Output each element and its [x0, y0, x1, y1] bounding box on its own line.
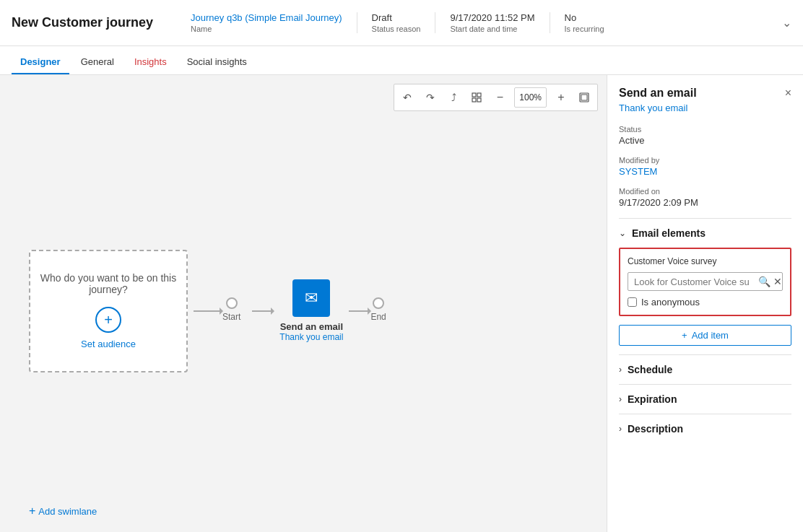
- panel-subtitle[interactable]: Thank you email: [619, 103, 791, 113]
- tab-bar: Designer General Insights Social insight…: [0, 46, 803, 75]
- status-field-label: Status: [619, 125, 791, 134]
- start-circle: [226, 297, 238, 309]
- panel-header: Send an email ×: [619, 87, 791, 100]
- modified-on-field: Modified on 9/17/2020 2:09 PM: [619, 187, 791, 208]
- start-date-meta: 9/17/2020 11:52 PM Start date and time: [435, 12, 549, 33]
- email-node-label: Send an email: [280, 321, 343, 332]
- recurring-value: No: [565, 12, 604, 23]
- header-expand-icon[interactable]: ⌄: [782, 16, 791, 30]
- expiration-title: Expiration: [628, 393, 677, 405]
- cv-anonymous-label[interactable]: Is anonymous: [641, 297, 700, 308]
- start-date-label: Start date and time: [450, 25, 534, 33]
- svg-rect-5: [581, 95, 587, 100]
- add-audience-button[interactable]: +: [95, 307, 121, 333]
- status-meta: Draft Status reason: [357, 12, 435, 33]
- panel-title: Send an email: [619, 87, 697, 100]
- svg-rect-2: [472, 98, 476, 102]
- add-item-plus-icon: +: [682, 330, 687, 341]
- svg-rect-0: [472, 93, 476, 97]
- expiration-section[interactable]: › Expiration: [619, 384, 791, 414]
- modified-by-field: Modified by SYSTEM: [619, 156, 791, 177]
- start-date-value: 9/17/2020 11:52 PM: [450, 12, 534, 23]
- modified-by-value[interactable]: SYSTEM: [619, 166, 791, 177]
- description-section[interactable]: › Description: [619, 414, 791, 443]
- add-item-button[interactable]: + Add item: [619, 325, 791, 346]
- right-panel: Send an email × Thank you email Status A…: [607, 75, 803, 532]
- tab-designer[interactable]: Designer: [12, 51, 69, 74]
- modified-on-label: Modified on: [619, 187, 791, 196]
- zoom-in-button[interactable]: +: [551, 87, 571, 108]
- cv-anonymous-checkbox-row: Is anonymous: [628, 297, 783, 308]
- schedule-title: Schedule: [628, 364, 672, 375]
- zoom-level: 100%: [514, 87, 547, 108]
- add-swimlane-icon: +: [29, 505, 35, 518]
- header-meta: Journey q3b (Simple Email Journey) Name …: [176, 12, 782, 33]
- modified-by-label: Modified by: [619, 156, 791, 165]
- fit-button[interactable]: [574, 87, 594, 108]
- status-label: Status reason: [372, 25, 421, 33]
- post-email-connector: End: [343, 297, 391, 325]
- undo-button[interactable]: ↶: [397, 87, 417, 108]
- email-node-sublabel: Thank you email: [279, 332, 343, 342]
- email-icon: ✉: [305, 289, 318, 308]
- tab-social-insights[interactable]: Social insights: [178, 51, 256, 74]
- cv-survey-label: Customer Voice survey: [628, 256, 783, 266]
- set-audience-link[interactable]: Set audience: [81, 339, 136, 349]
- modified-on-value: 9/17/2020 2:09 PM: [619, 197, 791, 208]
- page-header: New Customer journey Journey q3b (Simple…: [0, 0, 803, 46]
- email-elements-chevron-icon: ⌄: [619, 228, 626, 238]
- journey-canvas: ↶ ↷ ⤴ − 100% +: [0, 75, 607, 532]
- canvas-toolbar: ↶ ↷ ⤴ − 100% +: [394, 84, 598, 111]
- journey-name-meta: Journey q3b (Simple Email Journey) Name: [176, 12, 357, 33]
- add-swimlane-button[interactable]: + Add swimlane: [29, 505, 97, 518]
- email-elements-section: ⌄ Email elements Customer Voice survey 🔍…: [619, 218, 791, 346]
- schedule-section[interactable]: › Schedule: [619, 354, 791, 384]
- cv-search-clear-icon[interactable]: ✕: [773, 276, 782, 287]
- email-node[interactable]: ✉ Send an email Thank you email: [279, 279, 343, 342]
- status-field: Status Active: [619, 125, 791, 146]
- journey-flow: Who do you want to be on this journey? +…: [29, 118, 592, 503]
- journey-name-label: Name: [191, 25, 342, 33]
- add-swimlane-label: Add swimlane: [38, 506, 97, 517]
- cv-survey-box: Customer Voice survey 🔍 ✕ Is anonymous: [619, 248, 791, 316]
- email-elements-header[interactable]: ⌄ Email elements: [619, 227, 791, 239]
- tab-general[interactable]: General: [72, 51, 123, 74]
- audience-box: Who do you want to be on this journey? +…: [29, 250, 188, 372]
- panel-close-button[interactable]: ×: [785, 87, 791, 100]
- expiration-chevron-icon: ›: [619, 394, 622, 404]
- recurring-meta: No Is recurring: [550, 12, 619, 33]
- zoom-out-button[interactable]: −: [490, 87, 510, 108]
- grid-button[interactable]: [466, 87, 487, 108]
- pre-email-connector: [246, 310, 279, 312]
- cv-anonymous-checkbox[interactable]: [628, 297, 637, 307]
- schedule-chevron-icon: ›: [619, 365, 622, 375]
- recurring-label: Is recurring: [565, 25, 604, 33]
- description-title: Description: [628, 423, 683, 435]
- cv-search-container: 🔍 ✕: [628, 272, 783, 291]
- cv-search-input[interactable]: [634, 276, 755, 287]
- main-content: ↶ ↷ ⤴ − 100% +: [0, 75, 803, 532]
- expand-button[interactable]: ⤴: [443, 87, 464, 108]
- add-item-label: Add item: [692, 330, 729, 341]
- email-icon-box[interactable]: ✉: [292, 279, 330, 317]
- svg-rect-1: [477, 93, 481, 97]
- email-elements-title: Email elements: [632, 227, 706, 239]
- audience-text: Who do you want to be on this journey?: [30, 272, 186, 295]
- redo-button[interactable]: ↷: [420, 87, 440, 108]
- description-chevron-icon: ›: [619, 424, 622, 434]
- search-icon: 🔍: [758, 276, 771, 287]
- status-value: Draft: [372, 12, 421, 23]
- start-connector: Start: [188, 297, 246, 325]
- page-title: New Customer journey: [12, 15, 153, 30]
- status-field-value: Active: [619, 135, 791, 146]
- journey-name-value[interactable]: Journey q3b (Simple Email Journey): [191, 12, 342, 23]
- tab-insights[interactable]: Insights: [126, 51, 175, 74]
- svg-rect-3: [477, 98, 481, 102]
